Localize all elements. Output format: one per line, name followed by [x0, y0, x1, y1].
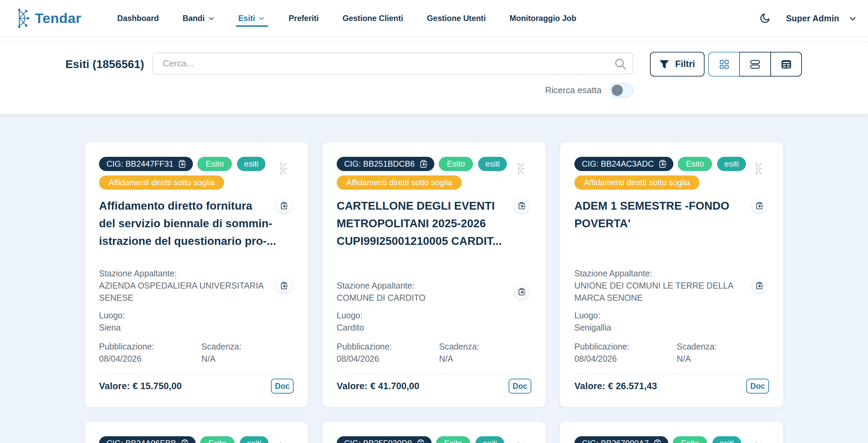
- cig-badge: CIG: BB267990A7: [574, 436, 668, 443]
- station-label: Stazione Appaltante:: [574, 267, 749, 279]
- nav-item-preferiti[interactable]: Preferiti: [289, 0, 319, 37]
- nav-item-gestione-utenti[interactable]: Gestione Utenti: [427, 0, 486, 37]
- copy-icon[interactable]: [181, 439, 189, 443]
- search-input[interactable]: [153, 52, 633, 75]
- deadline-label: Scadenza:: [201, 340, 241, 353]
- copy-title-button[interactable]: [277, 199, 291, 213]
- view-grid-button[interactable]: [708, 52, 739, 77]
- nav-item-dashboard[interactable]: Dashboard: [117, 0, 159, 37]
- dates-row: Pubblicazione: 08/04/2026 Scadenza: N/A: [337, 340, 531, 365]
- value-label: Valore:: [574, 381, 605, 391]
- nav-item-bandi[interactable]: Bandi: [182, 0, 214, 37]
- card-title[interactable]: Affidamento diretto fornituradel servizi…: [99, 197, 294, 250]
- esito-badge-label: Esito: [686, 159, 704, 169]
- badge-row: CIG: BB251BDCB6 Esito esiti: [337, 157, 531, 171]
- main-content: CIG: BB2447FF31 Esito esiti Affidamenti …: [0, 114, 868, 443]
- esiti-badge-label: esiti: [485, 159, 500, 169]
- station-label: Stazione Appaltante:: [337, 279, 511, 292]
- text-line: AZIENDA OSPEDALIERA UNIVERSITARIA: [99, 279, 274, 292]
- esito-badge: Esito: [439, 157, 473, 171]
- card-title[interactable]: ADEM 1 SEMESTRE -FONDOPOVERTA': [574, 197, 769, 232]
- nav-item-gestione-clienti[interactable]: Gestione Clienti: [342, 0, 403, 37]
- copy-station-button[interactable]: [752, 279, 766, 293]
- user-menu[interactable]: Super Admin: [786, 14, 857, 23]
- doc-button[interactable]: Doc: [271, 379, 294, 394]
- copy-icon[interactable]: [178, 160, 186, 168]
- esito-badge-label: Esito: [205, 159, 223, 169]
- navbar-right: Super Admin: [759, 13, 857, 24]
- filters-button[interactable]: Filtri: [650, 52, 705, 77]
- deadline-block: Scadenza: N/A: [677, 340, 717, 365]
- esiti-badge: esiti: [240, 436, 269, 443]
- esito-badge-label: Esito: [208, 439, 226, 443]
- place-label: Luogo:: [574, 309, 769, 321]
- station-row: Stazione Appaltante: UNIONE DEI COMUNI L…: [574, 267, 769, 304]
- station-value: UNIONE DEI COMUNI LE TERRE DELLAMARCA SE…: [574, 279, 749, 304]
- value-label: Valore:: [99, 381, 130, 391]
- esiti-badge: esiti: [712, 436, 741, 443]
- value-text: Valore: € 41.700,00: [337, 381, 419, 392]
- badge-row: CIG: BB267990A7 Esito esiti: [574, 436, 769, 443]
- cig-badge: CIG: BB24AC3ADC: [574, 157, 673, 171]
- copy-icon: [755, 202, 763, 210]
- nav-item-monitoraggio-job[interactable]: Monitoraggio Job: [510, 0, 576, 37]
- results-grid: CIG: BB2447FF31 Esito esiti Affidamenti …: [0, 114, 868, 443]
- value-text: Valore: € 26.571,43: [574, 381, 657, 392]
- copy-icon[interactable]: [653, 439, 662, 443]
- cig-badge: CIG: BB2447FF31: [99, 157, 193, 171]
- chevron-down-icon: [849, 15, 857, 23]
- result-card: CIG: BB24AC3ADC Esito esiti Affidamenti …: [560, 142, 783, 407]
- tendar-watermark-icon: [754, 441, 764, 443]
- text-line: SENESE: [99, 292, 274, 304]
- cig-code: CIG: BB24AC3ADC: [582, 159, 654, 169]
- copy-station-button[interactable]: [515, 285, 529, 299]
- text-line: METROPOLITANI 2025-2026: [337, 215, 531, 232]
- esiti-badge-label: esiti: [247, 439, 261, 443]
- station-block: Stazione Appaltante: COMUNE DI CARDITO: [337, 279, 511, 304]
- esiti-badge: esiti: [237, 157, 266, 171]
- place-label: Luogo:: [99, 309, 294, 321]
- copy-icon: [280, 202, 288, 210]
- category-badge: Affidamenti diretti sotto soglia: [337, 175, 462, 190]
- value-amount: € 41.700,00: [370, 381, 419, 391]
- exact-search-toggle[interactable]: [610, 83, 633, 98]
- text-line: Affidamento diretto fornitura: [99, 197, 294, 215]
- copy-icon[interactable]: [658, 160, 667, 168]
- esito-badge-label: Esito: [447, 159, 465, 169]
- place-block: Luogo: Senigallia: [574, 309, 769, 334]
- doc-button[interactable]: Doc: [509, 379, 531, 394]
- navbar: Tendar DashboardBandiEsitiPreferitiGesti…: [0, 0, 868, 37]
- place-value: Senigallia: [574, 321, 769, 334]
- card-title[interactable]: CARTELLONE DEGLI EVENTIMETROPOLITANI 202…: [337, 197, 531, 250]
- value-row: Valore: € 41.700,00 Doc: [337, 379, 531, 394]
- view-table-button[interactable]: [771, 52, 802, 77]
- station-label: Stazione Appaltante:: [99, 267, 274, 279]
- copy-icon[interactable]: [419, 160, 428, 168]
- copy-icon[interactable]: [417, 439, 425, 443]
- text-line: POVERTA': [574, 215, 769, 232]
- tendar-logo-icon: [18, 7, 29, 29]
- doc-button[interactable]: Doc: [746, 379, 769, 394]
- deadline-block: Scadenza: N/A: [201, 340, 241, 365]
- brand[interactable]: Tendar: [18, 7, 81, 29]
- text-line: UNIONE DEI COMUNI LE TERRE DELLA: [574, 279, 749, 292]
- cig-badge: CIG: BB24A96EBB: [99, 436, 196, 443]
- dark-mode-toggle-button[interactable]: [759, 13, 771, 24]
- nav-menu: DashboardBandiEsitiPreferitiGestione Cli…: [117, 0, 576, 37]
- category-row: Affidamenti diretti sotto soglia: [337, 171, 531, 190]
- esito-badge-label: Esito: [681, 439, 699, 443]
- esiti-badge: esiti: [475, 436, 504, 443]
- publication-value: 08/04/2026: [337, 353, 439, 365]
- nav-item-esiti[interactable]: Esiti: [238, 0, 265, 37]
- copy-station-button[interactable]: [277, 279, 291, 293]
- view-list-button[interactable]: [739, 52, 771, 77]
- text-line: CUPI99I25001210005 CARDIT...: [337, 232, 531, 250]
- card-divider: [99, 374, 294, 374]
- copy-icon: [755, 282, 763, 290]
- cig-badge: CIG: BB25F030D8: [337, 436, 432, 443]
- copy-title-button[interactable]: [752, 199, 766, 213]
- result-card: CIG: BB267990A7 Esito esiti Stazione App…: [560, 422, 783, 443]
- publication-value: 08/04/2026: [574, 353, 677, 365]
- publication-block: Pubblicazione: 08/04/2026: [574, 340, 677, 365]
- copy-title-button[interactable]: [515, 199, 529, 213]
